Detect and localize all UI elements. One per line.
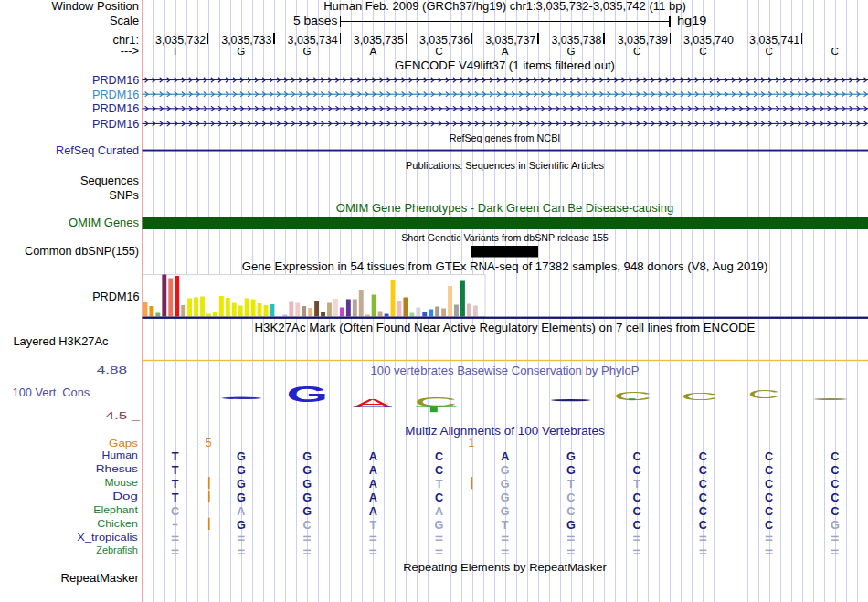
- svg-text:Gene Expression in 54 tissues: Gene Expression in 54 tissues from GTEx …: [242, 260, 768, 273]
- svg-text:4.88 _: 4.88 _: [97, 364, 142, 375]
- svg-text:C: C: [699, 450, 707, 463]
- svg-text:C: C: [765, 45, 772, 57]
- svg-text:C: C: [699, 45, 706, 57]
- svg-text:X_tropicalis: X_tropicalis: [77, 532, 138, 543]
- svg-text:OMIM Genes: OMIM Genes: [69, 216, 139, 229]
- svg-text:3,035,739: 3,035,739: [618, 34, 668, 47]
- svg-text:Human Feb. 2009 (GRCh37/hg19): Human Feb. 2009 (GRCh37/hg19) chr1:3,035…: [323, 0, 686, 13]
- svg-text:3,035,736: 3,035,736: [419, 34, 470, 47]
- svg-text:G: G: [566, 45, 575, 57]
- svg-text:G: G: [501, 491, 510, 504]
- svg-text:100 vertebrates Basewise Conse: 100 vertebrates Basewise Conservation by…: [371, 364, 640, 377]
- svg-text:Chicken: Chicken: [97, 518, 138, 529]
- svg-text:Elephant: Elephant: [93, 504, 138, 515]
- svg-text:C: C: [765, 505, 773, 518]
- svg-text:C: C: [831, 450, 839, 463]
- svg-text:5 bases: 5 bases: [293, 15, 338, 27]
- svg-text:3,035,740: 3,035,740: [683, 34, 734, 47]
- svg-text:G: G: [303, 45, 312, 57]
- svg-text:100 Vert. Cons: 100 Vert. Cons: [13, 385, 90, 399]
- svg-text:C: C: [613, 390, 652, 402]
- svg-text:A: A: [369, 478, 377, 491]
- svg-text:SNPs: SNPs: [109, 188, 139, 202]
- svg-text:3,035,737: 3,035,737: [485, 34, 535, 47]
- svg-text:T: T: [172, 450, 179, 463]
- svg-text:A: A: [237, 505, 245, 518]
- svg-text:G: G: [831, 519, 840, 532]
- svg-text:G: G: [237, 519, 246, 532]
- svg-text:1: 1: [468, 437, 474, 449]
- svg-text:-4.5 _: -4.5 _: [101, 410, 142, 421]
- svg-text:H3K27Ac Mark (Often Found Near: H3K27Ac Mark (Often Found Near Active Re…: [255, 322, 756, 334]
- svg-text:RepeatMasker: RepeatMasker: [61, 571, 140, 585]
- svg-text:3,035,735: 3,035,735: [354, 34, 404, 47]
- svg-text:C: C: [566, 505, 575, 518]
- svg-text:C: C: [699, 478, 707, 491]
- svg-text:C: C: [633, 450, 641, 463]
- svg-text:G: G: [237, 450, 246, 463]
- svg-text:G: G: [501, 464, 510, 477]
- svg-text:C: C: [681, 392, 718, 402]
- svg-text:A: A: [369, 491, 377, 504]
- svg-text:C: C: [765, 478, 773, 491]
- svg-text:3,035,741: 3,035,741: [749, 34, 799, 47]
- svg-text:PRDM16: PRDM16: [92, 117, 139, 131]
- svg-text:Repeating Elements by RepeatMa: Repeating Elements by RepeatMasker: [403, 563, 607, 573]
- svg-text:C: C: [633, 491, 641, 504]
- svg-text:PRDM16: PRDM16: [92, 88, 139, 101]
- svg-text:C: C: [699, 505, 707, 518]
- svg-text:3,035,733: 3,035,733: [221, 34, 271, 47]
- svg-text:C: C: [831, 478, 839, 491]
- svg-text:C: C: [171, 505, 179, 518]
- svg-text:C: C: [633, 45, 640, 57]
- svg-text:C: C: [831, 505, 839, 518]
- svg-text:Publications: Sequences in Sci: Publications: Sequences in Scientific Ar…: [406, 161, 604, 171]
- svg-text:A: A: [502, 45, 509, 57]
- svg-text:C: C: [633, 464, 641, 477]
- svg-text:T: T: [172, 464, 179, 477]
- svg-text:OMIM Gene Phenotypes - Dark Gr: OMIM Gene Phenotypes - Dark Green Can Be…: [336, 202, 673, 215]
- svg-text:A: A: [435, 505, 443, 518]
- svg-text:C: C: [699, 491, 707, 504]
- svg-text:G: G: [566, 519, 576, 532]
- svg-text:G: G: [566, 450, 576, 463]
- svg-text:C: C: [303, 519, 312, 532]
- svg-text:Zebrafish: Zebrafish: [96, 544, 138, 555]
- svg-text:G: G: [302, 450, 312, 463]
- svg-text:Scale: Scale: [110, 14, 139, 27]
- svg-text:C: C: [831, 464, 839, 477]
- svg-text:A: A: [369, 464, 377, 477]
- svg-text:G: G: [501, 505, 510, 518]
- svg-text:G: G: [237, 491, 246, 504]
- svg-text:Mouse: Mouse: [105, 477, 138, 488]
- svg-text:C: C: [435, 491, 443, 504]
- svg-text:T: T: [633, 478, 640, 491]
- svg-text:G: G: [435, 519, 444, 532]
- svg-text:Rhesus: Rhesus: [96, 463, 138, 474]
- svg-text:PRDM16: PRDM16: [92, 101, 139, 115]
- svg-text:C: C: [699, 519, 707, 532]
- svg-text:T: T: [369, 519, 376, 532]
- svg-text:C: C: [765, 450, 773, 463]
- svg-text:T: T: [172, 478, 179, 491]
- svg-text:RefSeq Curated: RefSeq Curated: [56, 143, 139, 157]
- svg-text:A: A: [369, 450, 377, 463]
- svg-text:G: G: [237, 464, 246, 477]
- svg-text:T: T: [502, 519, 509, 532]
- svg-text:Window Position: Window Position: [52, 0, 140, 13]
- svg-text:Common dbSNP(155): Common dbSNP(155): [25, 244, 139, 258]
- svg-text:Short Genetic Variants from db: Short Genetic Variants from dbSNP releas…: [401, 233, 609, 243]
- svg-text:G: G: [302, 464, 312, 477]
- svg-text:3,035,738: 3,035,738: [551, 34, 601, 47]
- svg-text:T: T: [436, 478, 443, 491]
- svg-text:C: C: [765, 491, 773, 504]
- svg-text:hg19: hg19: [677, 15, 707, 27]
- svg-text:C: C: [748, 387, 780, 401]
- svg-text:C: C: [566, 491, 575, 504]
- svg-text:C: C: [699, 464, 707, 477]
- svg-text:C: C: [831, 491, 839, 504]
- svg-text:G: G: [302, 505, 312, 518]
- svg-text:C: C: [435, 45, 442, 57]
- svg-text:Human: Human: [102, 449, 138, 460]
- svg-text:C: C: [435, 450, 443, 463]
